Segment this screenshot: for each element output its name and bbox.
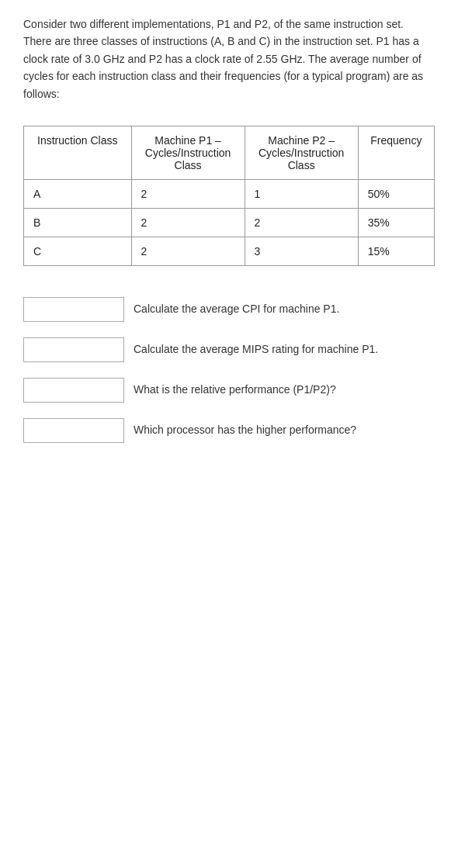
table-cell-p1: 2 — [131, 179, 245, 208]
table-cell-freq: 50% — [358, 179, 434, 208]
answer-input-q1[interactable] — [23, 297, 124, 322]
instruction-table: Instruction Class Machine P1 –Cycles/Ins… — [23, 126, 435, 266]
answer-input-q4[interactable] — [23, 418, 124, 443]
answer-input-q3[interactable] — [23, 378, 124, 403]
table-cell-class: B — [24, 208, 132, 237]
answer-input-q2[interactable] — [23, 337, 124, 362]
intro-paragraph: Consider two different implementations, … — [23, 16, 435, 102]
question-label-q1: Calculate the average CPI for machine P1… — [134, 302, 339, 317]
question-row-q3: What is the relative performance (P1/P2)… — [23, 378, 435, 403]
col-header-p1: Machine P1 –Cycles/InstructionClass — [131, 126, 245, 179]
questions-section: Calculate the average CPI for machine P1… — [23, 297, 435, 443]
table-cell-p2: 2 — [245, 208, 358, 237]
table-cell-class: C — [24, 237, 132, 265]
question-label-q3: What is the relative performance (P1/P2)… — [134, 382, 336, 398]
table-row: A2150% — [24, 179, 435, 208]
table-cell-freq: 15% — [358, 237, 434, 265]
col-header-freq: Frequency — [358, 126, 434, 179]
question-row-q2: Calculate the average MIPS rating for ma… — [23, 337, 435, 362]
table-cell-p1: 2 — [131, 208, 245, 237]
table-cell-p2: 3 — [245, 237, 358, 265]
question-row-q1: Calculate the average CPI for machine P1… — [23, 297, 435, 322]
table-cell-p1: 2 — [131, 237, 245, 265]
question-label-q4: Which processor has the higher performan… — [134, 423, 356, 438]
table-row: C2315% — [24, 237, 435, 265]
table-cell-p2: 1 — [245, 179, 358, 208]
question-label-q2: Calculate the average MIPS rating for ma… — [134, 342, 378, 358]
table-cell-class: A — [24, 179, 132, 208]
question-row-q4: Which processor has the higher performan… — [23, 418, 435, 443]
table-row: B2235% — [24, 208, 435, 237]
col-header-p2: Machine P2 –Cycles/InstructionClass — [245, 126, 358, 179]
table-cell-freq: 35% — [358, 208, 434, 237]
col-header-class: Instruction Class — [24, 126, 132, 179]
